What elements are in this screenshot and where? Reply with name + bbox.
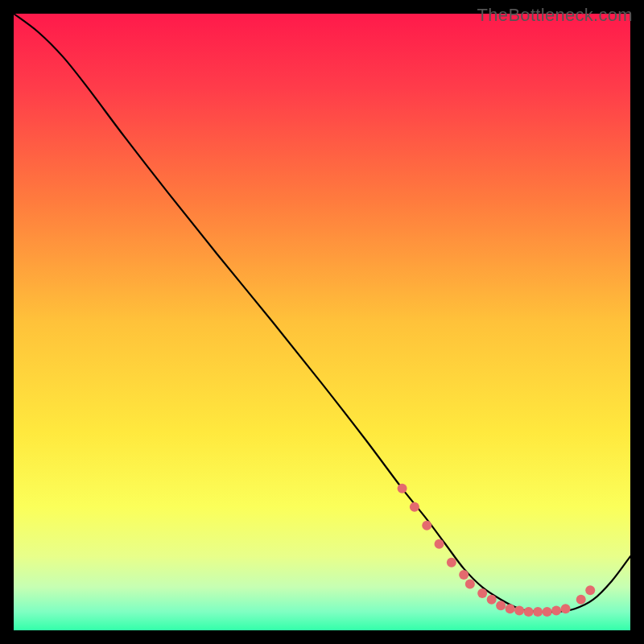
marker-dot — [398, 484, 407, 493]
marker-dot — [459, 570, 469, 580]
marker-dot — [496, 601, 506, 610]
plot-area — [14, 14, 630, 630]
marker-dot — [447, 558, 456, 568]
marker-dot — [477, 588, 487, 598]
marker-dot — [533, 607, 543, 617]
marker-dot — [576, 595, 586, 605]
gradient-background — [14, 14, 630, 630]
marker-dot — [585, 585, 595, 595]
marker-dot — [561, 604, 571, 613]
chart-svg — [14, 14, 630, 630]
marker-dot — [435, 539, 444, 549]
marker-dot — [465, 580, 475, 589]
marker-dot — [551, 605, 561, 615]
watermark-text: TheBottleneck.com — [477, 5, 633, 26]
marker-dot — [514, 605, 524, 615]
marker-dot — [543, 607, 552, 617]
marker-dot — [487, 595, 497, 605]
marker-dot — [422, 521, 431, 530]
marker-dot — [524, 607, 534, 617]
chart-frame: TheBottleneck.com — [0, 0, 644, 644]
marker-dot — [410, 502, 419, 512]
marker-dot — [506, 604, 515, 613]
